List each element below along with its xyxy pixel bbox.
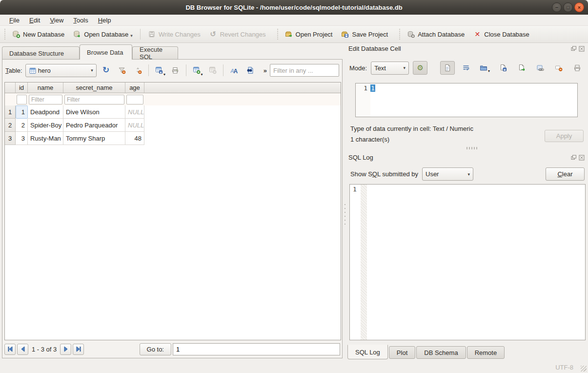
first-page-button[interactable] (4, 344, 16, 355)
pane-splitter[interactable] (344, 204, 346, 226)
titlebar[interactable]: DB Browser for SQLite - /home/user/code/… (0, 0, 588, 15)
chevron-down-icon: ▾ (201, 72, 203, 77)
menu-tools[interactable]: Tools (69, 16, 92, 25)
close-dock-icon[interactable] (579, 46, 585, 52)
dock-tab-label: DB Schema (424, 349, 458, 356)
set-null-button[interactable] (551, 62, 566, 74)
table-select[interactable]: hero ▾ (25, 64, 97, 77)
word-wrap-button[interactable] (459, 62, 473, 74)
cell-name[interactable]: Deadpond (28, 105, 63, 119)
encoding-indicator[interactable]: UTF-8 (555, 364, 573, 371)
table-label: Table: (5, 67, 22, 74)
tab-execute-sql[interactable]: Execute SQL (132, 46, 178, 60)
column-header-id[interactable]: id (16, 83, 28, 93)
clear-filters-button[interactable] (116, 64, 129, 77)
copy-link-button[interactable] (533, 62, 547, 74)
toolbar-overflow-chevron[interactable]: » (264, 67, 267, 74)
format-toolbar-button[interactable]: AA (227, 64, 241, 77)
export-data-button[interactable] (496, 62, 510, 74)
cell-id[interactable]: 1 (16, 105, 28, 119)
last-page-button[interactable] (73, 344, 84, 355)
open-in-external-button[interactable] (514, 62, 529, 74)
new-database-button[interactable]: New Database (8, 28, 69, 41)
cell-name[interactable]: Rusty-Man (28, 132, 63, 145)
cell-age[interactable]: 48 (125, 132, 144, 145)
show-sql-label: Show SQL submitted by (350, 170, 418, 178)
write-changes-button[interactable]: Write Changes (143, 28, 205, 41)
filter-filler (144, 93, 341, 105)
row-header[interactable]: 3 (5, 132, 16, 145)
cell-id[interactable]: 2 (16, 119, 28, 132)
dock-tab-plot[interactable]: Plot (389, 346, 415, 359)
clear-log-button[interactable]: Clear (546, 167, 585, 181)
dock-tab-sql-log[interactable]: SQL Log (347, 345, 388, 359)
filter-corner (5, 93, 16, 105)
cell-age[interactable]: NULL (125, 105, 144, 119)
open-project-button[interactable]: Open Project (281, 28, 337, 41)
close-dock-icon[interactable] (579, 155, 585, 161)
revert-changes-button[interactable]: ↺ Revert Changes (205, 28, 270, 41)
filter-input-secret-name[interactable] (64, 95, 124, 104)
auto-switch-mode-button[interactable]: ⚙ (413, 61, 427, 75)
cell-secret-name[interactable]: Tommy Sharp (63, 132, 125, 145)
apply-button[interactable]: Apply (545, 130, 584, 142)
insert-record-button[interactable]: ▾ (190, 64, 203, 77)
print-rows-button[interactable] (169, 64, 182, 77)
maximize-button[interactable]: ◻ (563, 2, 573, 12)
edit-cell-title: Edit Database Cell (348, 45, 401, 52)
cell-filler (144, 105, 341, 119)
save-project-button[interactable]: Save Project (337, 28, 392, 41)
cell-secret-name[interactable]: Dive Wilson (63, 105, 125, 119)
delete-record-button[interactable] (206, 64, 219, 77)
cell-name[interactable]: Spider-Boy (28, 119, 63, 132)
open-database-button[interactable]: Open Database ▾ (69, 28, 137, 41)
menu-edit[interactable]: Edit (25, 16, 44, 25)
mode-select[interactable]: Text ▾ (371, 62, 409, 75)
text-mode-toggle-button[interactable] (440, 61, 455, 75)
filter-any-input[interactable] (270, 64, 339, 77)
filter-input-name[interactable] (29, 95, 62, 104)
prev-page-button[interactable] (17, 344, 28, 355)
float-dock-icon[interactable] (571, 46, 577, 52)
minimize-button[interactable]: − (552, 2, 562, 12)
close-database-button[interactable]: ✕ Close Database (469, 28, 534, 41)
attach-database-button[interactable]: Attach Database (403, 28, 469, 41)
cell-age[interactable]: NULL (125, 119, 144, 132)
print-cell-button[interactable] (570, 62, 585, 74)
row-header[interactable]: 1 (5, 105, 16, 119)
refresh-button[interactable]: ↻ (100, 64, 113, 77)
filter-input-age[interactable] (126, 95, 143, 104)
clear-sorting-button[interactable] (131, 64, 144, 77)
goto-button[interactable]: Go to: (140, 343, 171, 355)
filter-input-id[interactable] (17, 95, 27, 104)
cell-secret-name[interactable]: Pedro Parqueador (63, 119, 125, 132)
dock-tab-label: Remote (475, 349, 497, 356)
next-page-button[interactable] (60, 344, 71, 355)
goto-input[interactable] (173, 343, 340, 355)
save-results-button[interactable]: ▾ (153, 64, 166, 77)
tab-database-structure[interactable]: Database Structure (2, 46, 80, 60)
sql-log-filter-select[interactable]: User ▾ (422, 167, 473, 181)
menu-view[interactable]: View (45, 16, 68, 25)
cell-id[interactable]: 3 (16, 132, 28, 145)
browse-data-frame: Table: hero ▾ ↻ ▾ ▾ AA (2, 59, 343, 358)
menu-file[interactable]: File (5, 16, 24, 25)
row-header[interactable]: 2 (5, 119, 16, 132)
dock-tab-db-schema[interactable]: DB Schema (416, 346, 466, 359)
import-data-button[interactable]: ▾ (477, 62, 492, 74)
dock-splitter[interactable] (466, 147, 478, 149)
column-header-secret-name[interactable]: secret_name (63, 83, 125, 93)
column-header-name[interactable]: name (28, 83, 63, 93)
tab-browse-data[interactable]: Browse Data (80, 44, 132, 60)
sql-log-dock-titlebar[interactable]: SQL Log (348, 154, 586, 161)
resize-grip-icon[interactable] (581, 366, 587, 372)
cell-editor[interactable]: 1 1 (355, 83, 578, 117)
float-dock-icon[interactable] (571, 155, 577, 161)
dock-tab-remote[interactable]: Remote (467, 346, 505, 359)
sql-log-area[interactable]: 1 (349, 184, 586, 340)
close-button[interactable]: × (574, 2, 584, 12)
column-header-age[interactable]: age (125, 83, 144, 93)
menu-help[interactable]: Help (94, 16, 116, 25)
find-in-table-button[interactable] (243, 64, 257, 77)
edit-cell-dock-titlebar[interactable]: Edit Database Cell (348, 45, 586, 52)
